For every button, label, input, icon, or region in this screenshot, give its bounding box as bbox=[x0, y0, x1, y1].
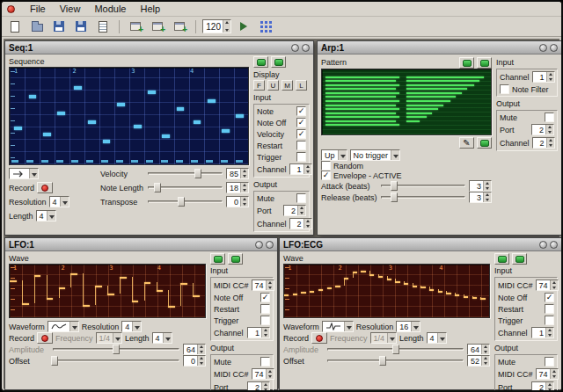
shade-button[interactable] bbox=[255, 241, 263, 249]
port-spinbox[interactable]: 2 bbox=[531, 381, 554, 392]
out-channel-spinbox[interactable]: 2 bbox=[532, 137, 555, 149]
out-channel-spinbox[interactable]: 2 bbox=[289, 218, 312, 229]
attack-slider[interactable] bbox=[380, 180, 466, 192]
amplitude-spinbox[interactable]: 64 bbox=[467, 344, 490, 355]
in-channel-spinbox[interactable]: 1 bbox=[532, 71, 555, 83]
transpose-slider[interactable] bbox=[147, 196, 223, 207]
frequency-combo[interactable]: 1/4 bbox=[370, 332, 398, 344]
note-length-slider[interactable] bbox=[147, 182, 223, 193]
tempo-spinbox[interactable]: 120 bbox=[202, 19, 231, 33]
in-channel-spinbox[interactable]: 1 bbox=[289, 163, 312, 175]
loop-mode-combo[interactable] bbox=[9, 168, 39, 179]
lfo-wave-display[interactable]: 1234 bbox=[283, 264, 490, 318]
port-spinbox[interactable]: 2 bbox=[283, 205, 306, 216]
release-slider[interactable] bbox=[380, 192, 466, 203]
lfo-wave-display[interactable]: 1234 bbox=[9, 264, 206, 318]
cc-spinbox[interactable]: 74 bbox=[252, 279, 274, 291]
note-length-spinbox[interactable]: 18 bbox=[226, 182, 249, 193]
velocity-spinbox[interactable]: 85 bbox=[226, 168, 249, 179]
offset-slider[interactable] bbox=[326, 355, 464, 367]
shade-button[interactable] bbox=[291, 44, 299, 52]
add-seq-button[interactable] bbox=[170, 18, 189, 35]
arp-pattern-display[interactable] bbox=[321, 69, 492, 135]
length-combo[interactable]: 4 bbox=[152, 332, 172, 344]
mute-checkbox[interactable] bbox=[260, 357, 270, 367]
waveform-combo[interactable] bbox=[322, 321, 354, 332]
store-pattern-button[interactable] bbox=[477, 137, 492, 149]
note-filter-checkbox[interactable] bbox=[500, 84, 509, 94]
seq-titlebar[interactable]: Seq:1 bbox=[5, 41, 313, 54]
record-button[interactable] bbox=[37, 182, 53, 193]
file-log-button[interactable] bbox=[93, 18, 113, 35]
play-button[interactable] bbox=[234, 18, 253, 35]
shade-button[interactable] bbox=[539, 241, 547, 249]
offset-spinbox[interactable]: 52 bbox=[467, 355, 490, 367]
shade-button[interactable] bbox=[539, 44, 547, 52]
resolution-combo[interactable]: 4 bbox=[121, 321, 142, 332]
event-log-button[interactable] bbox=[256, 18, 275, 35]
random-checkbox[interactable] bbox=[321, 161, 331, 171]
offset-spinbox[interactable]: 0 bbox=[183, 355, 206, 367]
save-as-button[interactable] bbox=[71, 18, 91, 35]
lfo1-titlebar[interactable]: LFO:1 bbox=[5, 238, 277, 251]
menu-module[interactable]: Module bbox=[87, 3, 133, 16]
edit-pattern-button[interactable]: ✎ bbox=[459, 137, 474, 149]
waveform-combo[interactable] bbox=[48, 321, 79, 332]
module-mute-button[interactable] bbox=[494, 253, 509, 265]
velocity-checkbox[interactable] bbox=[296, 129, 306, 139]
resolution-combo[interactable]: 16 bbox=[396, 321, 420, 332]
module-midi-button[interactable] bbox=[512, 253, 527, 265]
in-channel-spinbox[interactable]: 1 bbox=[247, 327, 270, 338]
note-off-checkbox[interactable] bbox=[260, 293, 270, 302]
new-file-button[interactable] bbox=[5, 18, 25, 35]
cc-out-spinbox[interactable]: 74 bbox=[536, 368, 559, 380]
amplitude-slider[interactable] bbox=[326, 344, 464, 355]
offset-slider[interactable] bbox=[52, 355, 180, 367]
trigger-mode-combo[interactable]: No trigger bbox=[350, 149, 401, 161]
close-button[interactable] bbox=[266, 241, 274, 249]
length-combo[interactable]: 4 bbox=[427, 332, 447, 344]
close-button[interactable] bbox=[550, 241, 558, 249]
mute-checkbox[interactable] bbox=[545, 113, 554, 122]
note-off-checkbox[interactable] bbox=[296, 118, 306, 127]
module-midi-button[interactable] bbox=[271, 56, 286, 68]
in-channel-spinbox[interactable]: 1 bbox=[531, 327, 554, 338]
attack-spinbox[interactable]: 3 bbox=[469, 180, 492, 192]
arp-mode-combo[interactable]: Up bbox=[321, 149, 347, 161]
lfo-ecg-titlebar[interactable]: LFO:ECG bbox=[280, 238, 561, 251]
note-off-checkbox[interactable] bbox=[545, 293, 554, 302]
menu-file[interactable]: File bbox=[23, 3, 53, 16]
trigger-checkbox[interactable] bbox=[545, 316, 554, 325]
cc-out-spinbox[interactable]: 74 bbox=[252, 368, 274, 380]
transpose-spinbox[interactable]: 0 bbox=[226, 196, 249, 207]
amplitude-spinbox[interactable]: 64 bbox=[183, 344, 206, 355]
record-button[interactable] bbox=[37, 332, 53, 344]
module-midi-button[interactable] bbox=[228, 253, 243, 265]
module-mute-button[interactable] bbox=[253, 56, 268, 68]
note-checkbox[interactable] bbox=[296, 106, 306, 116]
trigger-checkbox[interactable] bbox=[260, 316, 270, 325]
release-spinbox[interactable]: 3 bbox=[469, 192, 492, 203]
mute-checkbox[interactable] bbox=[296, 193, 306, 203]
port-spinbox[interactable]: 2 bbox=[247, 381, 270, 392]
display-zoom-full-button[interactable]: F bbox=[253, 80, 265, 91]
display-zoom-mid-button[interactable]: M bbox=[282, 80, 293, 91]
module-mute-button[interactable] bbox=[210, 253, 225, 265]
port-spinbox[interactable]: 2 bbox=[531, 124, 554, 135]
amplitude-slider[interactable] bbox=[52, 344, 180, 355]
module-midi-button[interactable] bbox=[477, 57, 492, 69]
frequency-combo[interactable]: 1/4 bbox=[96, 332, 123, 344]
add-lfo-button[interactable] bbox=[148, 18, 167, 35]
restart-checkbox[interactable] bbox=[545, 304, 554, 314]
length-combo[interactable]: 4 bbox=[36, 210, 56, 221]
menu-help[interactable]: Help bbox=[133, 3, 167, 16]
close-button[interactable] bbox=[550, 44, 558, 52]
menu-view[interactable]: View bbox=[53, 3, 88, 16]
arp-titlebar[interactable]: Arp:1 bbox=[318, 41, 561, 54]
mute-checkbox[interactable] bbox=[545, 357, 554, 367]
display-zoom-upper-button[interactable]: U bbox=[267, 80, 279, 91]
restart-checkbox[interactable] bbox=[296, 141, 306, 150]
close-button[interactable] bbox=[302, 44, 310, 52]
save-button[interactable] bbox=[49, 18, 69, 35]
trigger-checkbox[interactable] bbox=[296, 152, 306, 162]
